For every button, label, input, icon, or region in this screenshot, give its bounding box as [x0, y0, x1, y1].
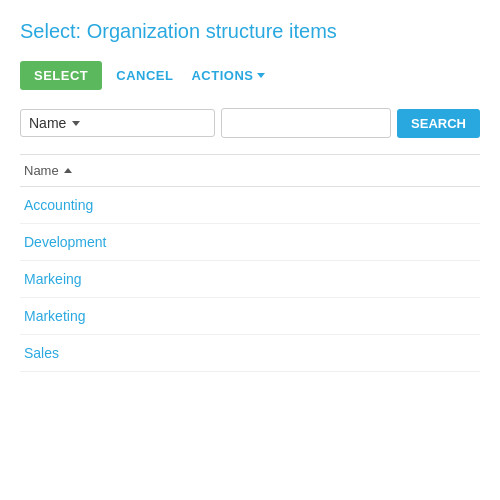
- list-item[interactable]: Development: [20, 224, 480, 261]
- list: AccountingDevelopmentMarkeingMarketingSa…: [20, 187, 480, 372]
- list-item[interactable]: Sales: [20, 335, 480, 372]
- list-item[interactable]: Accounting: [20, 187, 480, 224]
- select-button[interactable]: SELECT: [20, 61, 102, 90]
- search-row: Name SEARCH: [20, 108, 480, 138]
- search-input[interactable]: [221, 108, 391, 138]
- list-item[interactable]: Markeing: [20, 261, 480, 298]
- dropdown-chevron-icon: [72, 121, 80, 126]
- column-name-header: Name: [24, 163, 59, 178]
- table-header: Name: [20, 154, 480, 187]
- actions-button[interactable]: ACTIONS: [187, 61, 269, 90]
- search-dropdown-label: Name: [29, 115, 66, 131]
- actions-label: ACTIONS: [191, 68, 253, 83]
- list-item[interactable]: Marketing: [20, 298, 480, 335]
- cancel-button[interactable]: CANCEL: [112, 61, 177, 90]
- search-button[interactable]: SEARCH: [397, 109, 480, 138]
- chevron-down-icon: [257, 73, 265, 78]
- sort-asc-icon: [64, 168, 72, 173]
- toolbar: SELECT CANCEL ACTIONS: [20, 61, 480, 90]
- search-dropdown-wrapper[interactable]: Name: [20, 109, 215, 137]
- page-title: Select: Organization structure items: [20, 20, 480, 43]
